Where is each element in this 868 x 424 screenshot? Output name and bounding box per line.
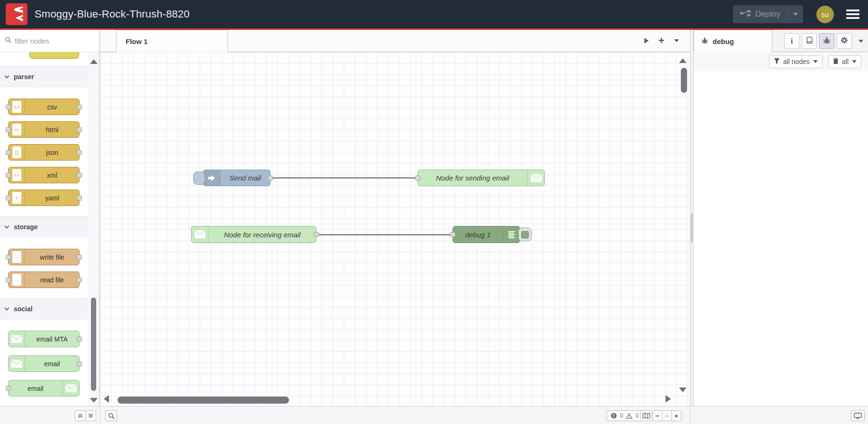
- canvas-scroll-left-icon[interactable]: [104, 395, 109, 403]
- palette-category-social[interactable]: social: [0, 298, 88, 319]
- port-out[interactable]: [77, 361, 82, 366]
- palette-collapse-all-button[interactable]: [75, 410, 86, 421]
- sidebar-separator[interactable]: [690, 30, 694, 406]
- sidebar-resize-handle[interactable]: [691, 213, 693, 243]
- port-out[interactable]: [314, 232, 319, 237]
- main-menu-button[interactable]: [846, 9, 859, 19]
- canvas-search-button[interactable]: [105, 410, 117, 421]
- port-in[interactable]: [6, 172, 11, 178]
- envelope-icon: [65, 384, 77, 393]
- help-panel-button[interactable]: [802, 33, 817, 49]
- palette-node-write-file[interactable]: →write file: [8, 249, 80, 265]
- port-out[interactable]: [77, 127, 82, 132]
- palette-node-partial[interactable]: [29, 52, 79, 59]
- user-avatar[interactable]: su: [816, 6, 834, 23]
- port-out[interactable]: [268, 175, 273, 180]
- palette-node-yaml[interactable]: Yyaml: [8, 189, 80, 206]
- chevron-down-icon: [793, 13, 798, 16]
- envelope-icon: [531, 174, 542, 182]
- zoom-out-button[interactable]: −: [652, 410, 662, 421]
- tab-flow-1[interactable]: Flow 1: [116, 30, 228, 52]
- flow-node-send-mail[interactable]: Send mail: [203, 170, 271, 186]
- palette-node-html[interactable]: <>html: [8, 121, 80, 138]
- port-in[interactable]: [6, 150, 11, 155]
- zoom-reset-button[interactable]: ○: [662, 410, 672, 421]
- info-panel-button[interactable]: i: [784, 33, 799, 49]
- palette: parser1,2csv<>html{}json<>xmlYyamlstorag…: [0, 30, 100, 406]
- palette-filter: [0, 30, 99, 52]
- add-flow-button[interactable]: +: [657, 30, 666, 52]
- deploy-button[interactable]: Deploy: [733, 5, 803, 23]
- tab-debug[interactable]: debug: [694, 30, 772, 52]
- palette-node-csv[interactable]: 1,2csv: [8, 99, 80, 115]
- deploy-options-button[interactable]: [787, 9, 803, 20]
- inject-button[interactable]: [193, 171, 205, 185]
- tab-scroll-right-button[interactable]: [643, 30, 650, 52]
- deploy-label: Deploy: [755, 9, 780, 19]
- flow-node-email-in[interactable]: Node for receiving email: [191, 226, 316, 243]
- port-out[interactable]: [77, 254, 82, 260]
- port-out[interactable]: [77, 104, 82, 109]
- palette-node-read-file[interactable]: →read file: [8, 271, 80, 288]
- inject-icon-box: [203, 170, 220, 186]
- plus-icon: +: [674, 412, 678, 419]
- wire[interactable]: [316, 234, 452, 235]
- flow-canvas[interactable]: Send mailNode for sending emailNode for …: [100, 52, 690, 406]
- port-in[interactable]: [6, 195, 11, 200]
- navigator-button[interactable]: [641, 410, 651, 421]
- palette-category-parser[interactable]: parser: [0, 66, 88, 87]
- palette-category-storage[interactable]: storage: [0, 217, 88, 237]
- config-panel-button[interactable]: [837, 33, 852, 49]
- flow-status-button[interactable]: 0 0: [606, 410, 643, 421]
- debug-clear-button[interactable]: all: [828, 55, 861, 68]
- palette-node-label: email: [25, 360, 79, 368]
- palette-node-email[interactable]: email: [8, 355, 80, 372]
- zoom-in-button[interactable]: +: [671, 410, 681, 421]
- port-in[interactable]: [6, 104, 11, 109]
- debug-toolbar: all nodes all: [694, 52, 868, 71]
- port-out[interactable]: [77, 277, 82, 282]
- wire[interactable]: [271, 177, 417, 179]
- search-icon: [5, 36, 11, 45]
- palette-node-json[interactable]: {}json: [8, 144, 80, 161]
- port-out[interactable]: [77, 150, 82, 155]
- port-out[interactable]: [77, 336, 82, 342]
- port-in[interactable]: [6, 386, 11, 391]
- canvas-horizontal-scrollbar-thumb[interactable]: [118, 397, 289, 404]
- flow-node-email-out[interactable]: Node for sending email: [417, 170, 545, 186]
- debug-filter-button[interactable]: all nodes: [769, 55, 823, 68]
- palette-category-label: storage: [14, 223, 38, 231]
- flow-list-button[interactable]: [673, 30, 680, 52]
- port-in[interactable]: [6, 127, 11, 132]
- palette-node-email[interactable]: email: [8, 380, 80, 397]
- flow-node-debug-1[interactable]: debug 1: [452, 226, 520, 243]
- scroll-up-icon[interactable]: [90, 59, 98, 64]
- palette-scrollbar-thumb[interactable]: [91, 298, 96, 391]
- footer: 0 0 − ○ +: [0, 406, 868, 424]
- port-in[interactable]: [450, 232, 455, 237]
- canvas-scroll-right-icon[interactable]: [666, 395, 671, 403]
- canvas-scroll-down-icon[interactable]: [679, 388, 687, 392]
- palette-expand-all-button[interactable]: [85, 410, 96, 421]
- debug-toggle-button[interactable]: [518, 228, 532, 242]
- open-debug-window-button[interactable]: [851, 410, 865, 421]
- port-in[interactable]: [6, 277, 11, 282]
- port-out[interactable]: [77, 195, 82, 200]
- palette-node-xml[interactable]: <>xml: [8, 167, 80, 183]
- debug-panel-button[interactable]: [819, 33, 834, 49]
- canvas-scroll-up-icon[interactable]: [679, 58, 687, 63]
- sidebar-options-icon[interactable]: [859, 40, 863, 43]
- flow-node-label: Node for receiving email: [208, 231, 316, 239]
- port-out[interactable]: [77, 172, 82, 178]
- map-icon: [642, 413, 650, 419]
- port-in[interactable]: [6, 254, 11, 260]
- filter-nodes-input[interactable]: [15, 37, 109, 45]
- palette-node-label: xml: [25, 171, 79, 179]
- palette-node-email-MTA[interactable]: email MTA: [8, 331, 80, 347]
- book-icon: [805, 36, 813, 46]
- workspace-title: Smoggy-Blue-Rock-Thrush-8820: [35, 8, 190, 20]
- port-in[interactable]: [415, 175, 420, 180]
- palette-scrollbar[interactable]: [88, 52, 99, 406]
- canvas-vertical-scrollbar-thumb[interactable]: [681, 68, 687, 93]
- scroll-down-icon[interactable]: [90, 398, 98, 403]
